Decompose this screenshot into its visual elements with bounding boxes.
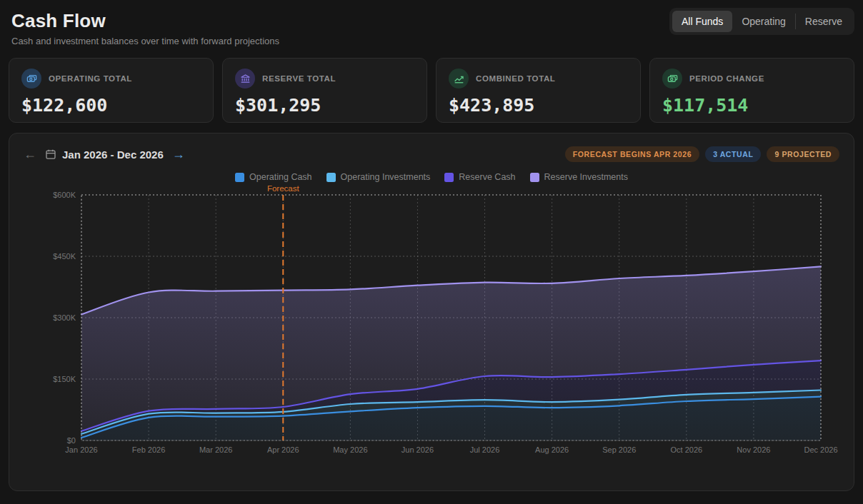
stat-value: $301,295 <box>235 95 414 116</box>
chart-legend: Operating CashOperating InvestmentsReser… <box>9 172 854 182</box>
cash-flow-stacked-area-chart[interactable]: $0$150K$300K$450K$600KJan 2026Feb 2026Ma… <box>9 183 854 468</box>
cash-flow-chart-panel: ← Jan 2026 - Dec 2026 → FORECAST BEGINS … <box>9 133 854 491</box>
stat-label: RESERVE TOTAL <box>262 74 336 83</box>
stat-card-period-change: PERIOD CHANGE $117,514 <box>649 58 854 123</box>
banknotes-icon <box>21 69 41 89</box>
chart-up-icon <box>449 69 469 89</box>
legend-item[interactable]: Operating Investments <box>326 172 431 182</box>
x-axis-tick-label: Sep 2026 <box>602 445 636 454</box>
bank-icon <box>235 69 255 89</box>
tab-operating[interactable]: Operating <box>732 11 794 32</box>
stat-value: $122,600 <box>21 95 201 116</box>
chart-badges: FORECAST BEGINS APR 2026 3 ACTUAL 9 PROJ… <box>565 146 839 162</box>
actual-count-badge: 3 ACTUAL <box>705 146 761 162</box>
tab-reserve[interactable]: Reserve <box>796 11 852 32</box>
x-axis-tick-label: May 2026 <box>333 445 367 454</box>
x-axis-tick-label: Apr 2026 <box>267 445 299 454</box>
calendar-icon <box>45 148 56 160</box>
x-axis-tick-label: Mar 2026 <box>199 445 232 454</box>
x-axis-tick-label: Jul 2026 <box>470 445 500 454</box>
legend-swatch <box>444 173 454 182</box>
stat-card-reserve-total: RESERVE TOTAL $301,295 <box>222 58 427 123</box>
y-axis-tick-label: $150K <box>53 375 76 383</box>
legend-label: Reserve Investments <box>544 172 628 182</box>
stat-label: OPERATING TOTAL <box>49 74 132 83</box>
next-period-arrow-icon[interactable]: → <box>172 148 185 161</box>
x-axis-tick-label: Oct 2026 <box>670 445 702 454</box>
y-axis-tick-label: $450K <box>53 252 76 261</box>
legend-swatch <box>530 173 539 182</box>
stat-card-operating-total: OPERATING TOTAL $122,600 <box>9 58 214 123</box>
stat-label: PERIOD CHANGE <box>689 74 764 83</box>
date-range-nav: ← Jan 2026 - Dec 2026 → <box>24 148 185 161</box>
chart-panel-header: ← Jan 2026 - Dec 2026 → FORECAST BEGINS … <box>9 133 854 165</box>
chart-area-wrap: $0$150K$300K$450K$600KJan 2026Feb 2026Ma… <box>9 183 854 470</box>
legend-label: Operating Cash <box>249 172 312 182</box>
legend-label: Operating Investments <box>341 172 431 182</box>
date-range-text: Jan 2026 - Dec 2026 <box>62 148 164 161</box>
fund-filter-tabs: All Funds Operating Reserve <box>669 8 854 35</box>
x-axis-tick-label: Nov 2026 <box>737 445 770 454</box>
page-header: Cash Flow Cash and investment balances o… <box>0 0 863 46</box>
stat-label: COMBINED TOTAL <box>476 74 555 83</box>
y-axis-tick-label: $300K <box>53 313 76 322</box>
x-axis-tick-label: Aug 2026 <box>535 445 569 454</box>
legend-swatch <box>326 173 336 182</box>
tab-all-funds[interactable]: All Funds <box>672 11 732 32</box>
stats-row: OPERATING TOTAL $122,600 RESERVE TOTAL $… <box>9 58 854 123</box>
y-axis-tick-label: $0 <box>67 436 76 445</box>
legend-item[interactable]: Operating Cash <box>235 172 312 182</box>
y-axis-tick-label: $600K <box>53 191 76 199</box>
stat-value: $423,895 <box>449 95 628 116</box>
prev-period-arrow-icon[interactable]: ← <box>24 148 36 161</box>
date-range-label: Jan 2026 - Dec 2026 <box>45 148 164 161</box>
page-subtitle: Cash and investment balances over time w… <box>11 36 852 46</box>
banknotes-icon <box>662 69 682 89</box>
legend-swatch <box>235 173 244 182</box>
stat-value: $117,514 <box>662 95 842 116</box>
forecast-begins-badge: FORECAST BEGINS APR 2026 <box>565 146 699 162</box>
legend-item[interactable]: Reserve Investments <box>530 172 628 182</box>
x-axis-tick-label: Jun 2026 <box>401 445 434 454</box>
stat-card-combined-total: COMBINED TOTAL $423,895 <box>436 58 641 123</box>
x-axis-tick-label: Dec 2026 <box>804 445 837 454</box>
forecast-label: Forecast <box>267 184 300 193</box>
x-axis-tick-label: Feb 2026 <box>132 445 165 454</box>
legend-label: Reserve Cash <box>459 172 515 182</box>
projected-count-badge: 9 PROJECTED <box>767 146 839 162</box>
x-axis-tick-label: Jan 2026 <box>65 445 97 454</box>
legend-item[interactable]: Reserve Cash <box>444 172 515 182</box>
